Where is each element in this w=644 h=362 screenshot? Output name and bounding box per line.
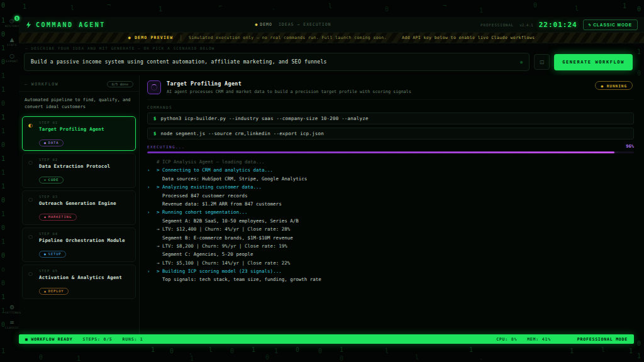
executing-label: EXECUTING... (147, 145, 185, 149)
matrix-glyph: 0 (170, 348, 174, 354)
matrix-glyph: ⌐ (219, 3, 223, 9)
step-title: Pipeline Orchestration Module (39, 238, 130, 243)
top-bar-center: ●DEMO IDEAS → EXECUTION (255, 22, 331, 27)
terminal-line: Data sources: HubSpot CRM, Stripe, Googl… (147, 175, 634, 183)
prompt-symbol: $ (153, 131, 157, 136)
step-circle-icon: ○ (28, 234, 33, 239)
generate-workflow-button[interactable]: GENERATE WORKFLOW (554, 54, 633, 70)
step-circle-icon: ○ (28, 197, 33, 202)
matrix-glyph: 1 (252, 347, 255, 353)
matrix-glyph: 0 (318, 348, 322, 354)
command-text: node segment.js --source crm,linkedin --… (161, 131, 324, 136)
idea-instruction-label: — DESCRIBE YOUR IDEA AND HIT GENERATE — … (25, 46, 215, 50)
command-text: python3 icp-builder.py --industry saas -… (161, 116, 369, 121)
terminal-line: ›> Connecting to CRM and analytics data.… (147, 166, 634, 174)
terminal-line: Segment B: E-commerce brands, $1M-$10M r… (147, 234, 634, 242)
rail-item-label: SETTINGS (5, 311, 19, 314)
stats-icon: ▲ (5, 36, 19, 43)
rail-item-history[interactable]: ◷ 1 HISTORY (5, 18, 19, 28)
clock-display: 22:01:24 (539, 21, 577, 29)
workflow-step-2[interactable]: ○ STEP 02 Data Extraction Protocol +CODE (22, 153, 136, 188)
idea-input-wrap: ● (24, 53, 530, 71)
matrix-glyph: - (272, 6, 275, 12)
executing-row: EXECUTING... 96% (147, 144, 634, 149)
rail-item-classic[interactable]: ≡ CLASSIC (5, 319, 19, 329)
matrix-glyph: 1 (23, 4, 26, 10)
step-number: STEP 02 (39, 158, 130, 162)
input-caret-icon: ● (520, 60, 523, 65)
workflow-panel: — WORKFLOW 0/5 done Automated pipeline t… (19, 75, 140, 334)
step-number: STEP 03 (39, 195, 130, 199)
content-area: — WORKFLOW 0/5 done Automated pipeline t… (19, 75, 644, 334)
rail-item-label: EXPORT (5, 60, 19, 63)
matrix-glyph: l (209, 347, 213, 353)
step-number: STEP 01 (39, 121, 130, 124)
workflow-ready-label: ■ WORKFLOW READY (25, 337, 72, 342)
terminal-line: → LTV: $8,200 | Churn: 9%/yr | Close rat… (147, 242, 634, 250)
matrix-glyph: 0 (340, 356, 343, 362)
app-screen: 0101011011011101010o011011l¬1⌐-l0¬10l100… (0, 0, 644, 362)
classic-mode-button[interactable]: ϟ CLASSIC MODE (583, 19, 638, 30)
history-badge: 1 (14, 16, 19, 21)
rail-item-export[interactable]: ○ EXPORT (5, 53, 19, 63)
matrix-glyph: 1 (340, 347, 343, 353)
step-tag-badge: +CODE (39, 177, 64, 184)
matrix-glyph: 0 (637, 341, 641, 347)
workflow-step-1[interactable]: ◐ STEP 01 Target Profiling Agent ●DATA (22, 116, 136, 151)
matrix-glyph: 1 (629, 348, 633, 354)
status-bar: ■ WORKFLOW READY STEPS: 0/5 RUNS: 1 CPU:… (19, 334, 634, 344)
workflow-step-3[interactable]: ○ STEP 03 Outreach Generation Engine ◆MA… (22, 190, 136, 225)
terminal-line: Processed 847 customer records (147, 192, 634, 200)
runs-counter: RUNS: 1 (123, 337, 143, 342)
gear-icon: ⚙ (5, 304, 19, 310)
matrix-glyph: 0 (265, 354, 269, 361)
loader-spinner-icon (151, 84, 157, 90)
execution-progress-track (147, 151, 634, 153)
matrix-glyph: 1 (469, 347, 473, 353)
command-line[interactable]: $ node segment.js --source crm,linkedin … (147, 128, 634, 140)
matrix-glyph: 0 (533, 3, 537, 9)
terminal-line: # ICP Analysis Agent — loading data... (147, 158, 634, 166)
matrix-glyph: l (328, 3, 332, 9)
step-tag-badge: ◆MARKETING (39, 214, 77, 221)
banner-message: Simulated execution only — no real comma… (189, 35, 387, 40)
terminal-line: → LTV: $5,100 | Churn: 14%/yr | Close ra… (147, 259, 634, 267)
step-number: STEP 04 (39, 232, 130, 236)
version-label: v2.4.1 (519, 23, 533, 27)
matrix-glyph: 1 (570, 348, 574, 354)
cpu-usage: CPU: 8% (496, 337, 517, 342)
workflow-panel-header: — WORKFLOW 0/5 done (19, 79, 139, 92)
step-title: Outreach Generation Engine (39, 200, 130, 206)
edition-label: PROFESSIONAL (480, 23, 514, 27)
step-title: Data Extraction Protocol (39, 163, 130, 169)
agent-title: Target Profiling Agent (167, 80, 411, 87)
idea-input-row: ● ⊡ GENERATE WORKFLOW (24, 53, 633, 71)
top-bar: COMMAND AGENT ●DEMO IDEAS → EXECUTION PR… (19, 17, 644, 33)
step-title: Target Profiling Agent (39, 126, 130, 132)
terminal-line: Revenue data: $1.2M ARR from 847 custome… (147, 200, 634, 208)
agent-header: Target Profiling Agent AI agent processe… (147, 79, 634, 100)
matrix-glyph: l (70, 5, 74, 11)
running-status-badge: ● RUNNING (595, 81, 633, 90)
matrix-glyph: 1 (274, 348, 278, 354)
commands-section-label: COMMANDS (147, 105, 634, 109)
workflow-step-4[interactable]: ○ STEP 04 Pipeline Orchestration Module … (22, 228, 136, 262)
terminal-output: # ICP Analysis Agent — loading data...›>… (147, 158, 634, 284)
terminal-line: ›> Running cohort segmentation... (147, 208, 634, 216)
menu-lines-icon: ≡ (5, 319, 19, 326)
terminal-line: Top signals: tech stack, team size, fund… (147, 275, 634, 283)
app-title: COMMAND AGENT (36, 21, 106, 28)
random-scenario-button[interactable]: ⊡ (534, 54, 550, 70)
idea-input[interactable] (31, 59, 520, 65)
banner-cta: Add API key below to enable live Claude … (402, 35, 535, 40)
command-line[interactable]: $ python3 icp-builder.py --industry saas… (147, 112, 634, 124)
tag-triangle-icon: ▲ (44, 289, 47, 293)
terminal-line: → LTV: $12,400 | Churn: 4%/yr | Close ra… (147, 225, 634, 233)
export-icon: ○ (5, 53, 19, 59)
rail-item-stats[interactable]: ▲ STATS (5, 36, 19, 47)
tag-dot-icon: ● (44, 141, 47, 145)
matrix-glyph: 1 (637, 49, 641, 55)
rail-item-settings[interactable]: ⚙ SETTINGS (5, 304, 19, 314)
workflow-step-5[interactable]: ○ STEP 05 Activation & Analytics Agent ▲… (22, 265, 136, 299)
top-bar-right: PROFESSIONAL v2.4.1 22:01:24 ϟ CLASSIC M… (480, 19, 638, 30)
